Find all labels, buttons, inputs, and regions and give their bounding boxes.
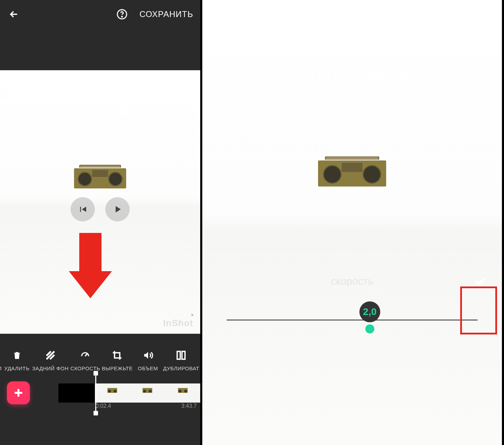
annotation-arrow	[79, 233, 101, 271]
speed-panel-title: скорость	[331, 275, 374, 287]
timeline[interactable]: 0:02.4 3:43.7	[0, 377, 200, 408]
speed-slider[interactable]: 2,0	[216, 319, 488, 321]
tool-label: УДАЛИТЬ	[4, 365, 29, 371]
tool-split-partial[interactable]: ОЛ	[0, 349, 2, 371]
speed-screen: скорость 2,0	[202, 0, 502, 445]
svg-rect-3	[182, 351, 185, 359]
total-time-label: 3:43.7	[181, 403, 197, 409]
watermark-text: InShot	[163, 318, 193, 328]
timeline-thumbnail[interactable]	[95, 383, 130, 403]
header: СОХРАНИТЬ	[0, 0, 200, 29]
video-preview[interactable]: InShot ×	[0, 70, 200, 334]
tool-label: СКОРОСТЬ	[70, 365, 100, 371]
play-button[interactable]	[105, 197, 130, 221]
save-button[interactable]: СОХРАНИТЬ	[139, 9, 193, 19]
svg-rect-2	[177, 351, 180, 359]
stripes-icon	[45, 349, 56, 361]
editor-screen: СОХРАНИТЬ	[0, 0, 202, 445]
tool-label: ДУБЛИРОВАТ	[163, 365, 199, 371]
tool-speed[interactable]: СКОРОСТЬ	[70, 349, 100, 371]
add-clip-button[interactable]	[7, 381, 30, 404]
timeline-thumbnail[interactable]	[58, 383, 95, 403]
svg-point-1	[122, 16, 122, 17]
duplicate-icon	[176, 349, 186, 361]
tool-delete[interactable]: УДАЛИТЬ	[3, 349, 31, 371]
trash-icon	[12, 349, 22, 361]
video-preview-right[interactable]	[202, 29, 502, 262]
watermark[interactable]: InShot ×	[163, 318, 193, 329]
timeline-thumbnail[interactable]	[130, 383, 165, 403]
volume-icon	[143, 349, 154, 361]
tool-label: ВЫРЕЖЬТЕ	[102, 365, 133, 371]
skip-start-button[interactable]	[71, 197, 95, 221]
speed-value: 2,0	[359, 301, 380, 322]
timeline-thumbnail[interactable]	[165, 383, 200, 403]
crop-icon	[112, 349, 122, 361]
help-button[interactable]	[115, 7, 129, 21]
timeline-clips[interactable]	[58, 383, 200, 403]
speed-icon	[79, 349, 91, 361]
back-button[interactable]	[7, 7, 21, 21]
tool-volume[interactable]: ОБЪЕМ	[135, 349, 162, 371]
tool-duplicate[interactable]: ДУБЛИРОВАТ	[163, 349, 199, 371]
watermark-close-icon[interactable]: ×	[191, 312, 194, 317]
tool-label: ОБЪЕМ	[138, 365, 158, 371]
tool-label: ЗАДНИЙ ФОН	[32, 365, 68, 371]
tool-label: ОЛ	[0, 365, 2, 371]
editor-toolbar: ОЛ УДАЛИТЬ ЗАДНИЙ ФОН СКОРОСТЬ	[0, 334, 200, 377]
tool-crop[interactable]: ВЫРЕЖЬТЕ	[102, 349, 133, 371]
speed-panel: скорость 2,0	[202, 262, 502, 321]
tool-background[interactable]: ЗАДНИЙ ФОН	[32, 349, 68, 371]
current-time-label: 0:02.4	[96, 403, 111, 409]
video-content-boombox	[74, 168, 126, 188]
confirm-button[interactable]	[473, 274, 488, 289]
video-content-boombox	[318, 161, 386, 187]
slider-thumb[interactable]	[365, 324, 374, 333]
